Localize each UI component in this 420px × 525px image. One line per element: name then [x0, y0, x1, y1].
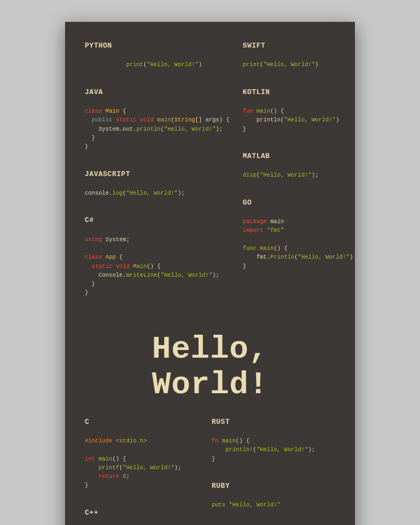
kotlin-code: fun main() { println("Hello, World!") }	[243, 98, 353, 142]
rust-code: fn main() { println!("Hello, World!"); }	[212, 428, 339, 472]
c-title: C	[85, 418, 199, 426]
swift-code: print("Hello, World!")	[243, 51, 353, 78]
matlab-title: MATLAB	[243, 152, 353, 160]
bottom-code-section: C #include <stdio.h> int main() { printf…	[85, 418, 335, 525]
poster: PYTHON print("Hello, World!") JAVA class…	[65, 22, 355, 525]
go-block: GO package main import "fmt" func main()…	[243, 199, 353, 279]
java-code: class Main { public static void main(Str…	[85, 98, 230, 160]
matlab-block: MATLAB disp("Hello, World!");	[243, 152, 353, 189]
java-title: JAVA	[85, 88, 230, 96]
cpp-code: #include <iostream> int main() { std::co…	[85, 518, 199, 525]
cpp-block: C++ #include <iostream> int main() { std…	[85, 509, 199, 525]
left-top-column: PYTHON print("Hello, World!") JAVA class…	[85, 42, 230, 316]
ruby-block: RUBY puts "Hello, World!"	[212, 482, 339, 518]
javascript-title: JAVASCRIPT	[85, 170, 230, 178]
python-title: PYTHON	[85, 42, 230, 50]
right-top-column: SWIFT print("Hello, World!") KOTLIN fun …	[243, 42, 353, 316]
swift-title: SWIFT	[243, 42, 353, 50]
rust-block: RUST fn main() { println!("Hello, World!…	[212, 418, 339, 472]
ruby-title: RUBY	[212, 482, 339, 490]
c-block: C #include <stdio.h> int main() { printf…	[85, 418, 199, 499]
matlab-code: disp("Hello, World!");	[243, 162, 353, 189]
go-title: GO	[243, 199, 353, 207]
csharp-code: using System; class App { static void Ma…	[85, 226, 230, 306]
csharp-title: C#	[85, 216, 230, 224]
swift-block: SWIFT print("Hello, World!")	[243, 42, 353, 78]
hello-world-section: Hello, World!	[85, 316, 335, 418]
hello-world-text: Hello, World!	[85, 331, 335, 402]
go-code: package main import "fmt" func main() { …	[243, 208, 353, 279]
top-code-section: PYTHON print("Hello, World!") JAVA class…	[85, 42, 335, 316]
page-background: PYTHON print("Hello, World!") JAVA class…	[43, 0, 377, 525]
ruby-code: puts "Hello, World!"	[212, 492, 339, 518]
javascript-code: console.log("Hello, World!");	[85, 180, 230, 207]
cpp-title: C++	[85, 509, 199, 517]
kotlin-title: KOTLIN	[243, 88, 353, 96]
javascript-block: JAVASCRIPT console.log("Hello, World!");	[85, 170, 230, 207]
java-block: JAVA class Main { public static void mai…	[85, 88, 230, 160]
left-bottom-column: C #include <stdio.h> int main() { printf…	[85, 418, 199, 525]
kotlin-block: KOTLIN fun main() { println("Hello, Worl…	[243, 88, 353, 142]
c-code: #include <stdio.h> int main() { printf("…	[85, 428, 199, 499]
rust-title: RUST	[212, 418, 339, 426]
python-code: print("Hello, World!")	[85, 51, 230, 78]
python-block: PYTHON print("Hello, World!")	[85, 42, 230, 78]
csharp-block: C# using System; class App { static void…	[85, 216, 230, 306]
right-bottom-column: RUST fn main() { println!("Hello, World!…	[212, 418, 339, 525]
